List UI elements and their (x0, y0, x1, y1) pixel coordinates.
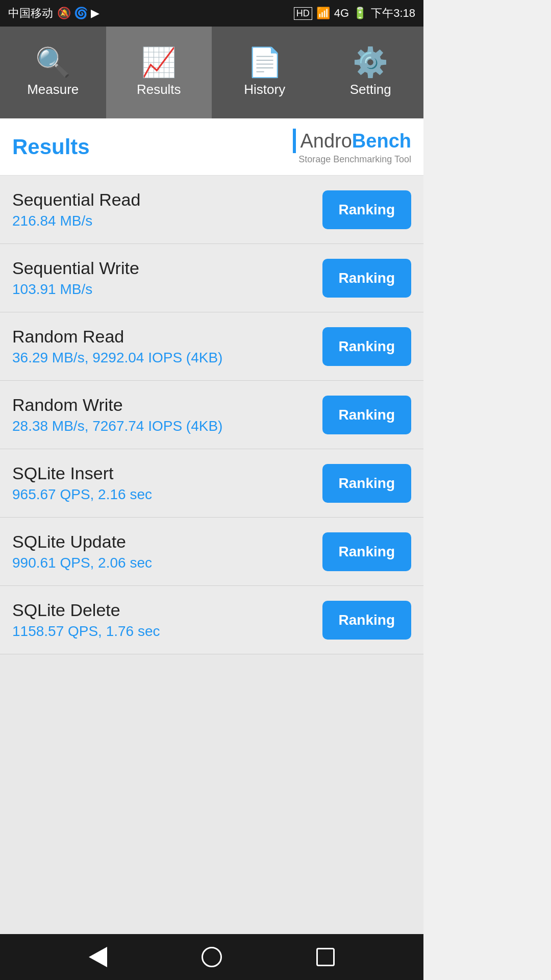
benchmark-name-4: SQLite Insert (12, 463, 152, 483)
recents-icon (316, 948, 335, 966)
bottom-nav (0, 934, 423, 980)
benchmark-name-3: Random Write (12, 395, 222, 415)
tab-measure-label: Measure (27, 82, 79, 97)
benchmark-name-5: SQLite Update (12, 532, 152, 552)
results-icon: 📈 (141, 48, 177, 77)
ranking-button-6[interactable]: Ranking (322, 601, 411, 640)
benchmark-name-2: Random Read (12, 327, 222, 347)
home-button[interactable] (196, 942, 227, 972)
benchmark-value-6: 1158.57 QPS, 1.76 sec (12, 623, 160, 640)
ranking-button-1[interactable]: Ranking (322, 259, 411, 298)
tab-history[interactable]: 📄 History (212, 27, 318, 118)
back-button[interactable] (83, 942, 113, 972)
benchmark-value-4: 965.67 QPS, 2.16 sec (12, 486, 152, 503)
benchmark-value-5: 990.61 QPS, 2.06 sec (12, 555, 152, 571)
benchmark-name-1: Sequential Write (12, 258, 139, 278)
tab-results-label: Results (137, 82, 181, 97)
brand-subtitle: Storage Benchmarking Tool (298, 154, 411, 165)
benchmark-info-0: Sequential Read216.84 MB/s (12, 190, 140, 229)
time-display: 下午3:18 (371, 6, 415, 21)
signal-icons: 🔕 🌀 ▶ (57, 7, 99, 20)
ranking-button-5[interactable]: Ranking (322, 532, 411, 571)
benchmark-value-2: 36.29 MB/s, 9292.04 IOPS (4KB) (12, 350, 222, 366)
battery-icon: 🔋 (353, 7, 367, 20)
ranking-button-0[interactable]: Ranking (322, 190, 411, 229)
benchmark-name-0: Sequential Read (12, 190, 140, 210)
setting-icon: ⚙️ (353, 48, 388, 77)
ranking-button-3[interactable]: Ranking (322, 396, 411, 434)
tab-measure[interactable]: 🔍 Measure (0, 27, 106, 118)
status-left: 中国移动 🔕 🌀 ▶ (8, 6, 99, 21)
tab-setting-label: Setting (350, 82, 391, 97)
benchmark-row: Sequential Write103.91 MB/sRanking (0, 244, 423, 312)
benchmark-row: SQLite Insert965.67 QPS, 2.16 secRanking (0, 449, 423, 518)
carrier-text: 中国移动 (8, 6, 53, 21)
benchmark-row: Sequential Read216.84 MB/sRanking (0, 176, 423, 244)
benchmark-row: Random Read36.29 MB/s, 9292.04 IOPS (4KB… (0, 312, 423, 381)
benchmark-info-5: SQLite Update990.61 QPS, 2.06 sec (12, 532, 152, 571)
benchmark-name-6: SQLite Delete (12, 600, 160, 620)
status-right: HD 📶 4G 🔋 下午3:18 (294, 6, 415, 21)
brand-andro: Andro (300, 130, 352, 152)
results-header: Results Andro Bench Storage Benchmarking… (0, 118, 423, 176)
brand-bench: Bench (352, 130, 411, 152)
benchmark-info-6: SQLite Delete1158.57 QPS, 1.76 sec (12, 600, 160, 640)
benchmark-info-2: Random Read36.29 MB/s, 9292.04 IOPS (4KB… (12, 327, 222, 366)
history-icon: 📄 (247, 48, 283, 77)
ranking-button-4[interactable]: Ranking (322, 464, 411, 503)
tab-history-label: History (244, 82, 285, 97)
hd-icon: HD (294, 7, 312, 20)
benchmark-list: Sequential Read216.84 MB/sRankingSequent… (0, 176, 423, 934)
page-title: Results (12, 135, 90, 159)
tab-results[interactable]: 📈 Results (106, 27, 212, 118)
recents-button[interactable] (310, 942, 341, 972)
brand-logo: Andro Bench Storage Benchmarking Tool (293, 129, 411, 165)
tab-setting[interactable]: ⚙️ Setting (318, 27, 424, 118)
ranking-button-2[interactable]: Ranking (322, 327, 411, 366)
status-bar: 中国移动 🔕 🌀 ▶ HD 📶 4G 🔋 下午3:18 (0, 0, 423, 27)
benchmark-info-3: Random Write28.38 MB/s, 7267.74 IOPS (4K… (12, 395, 222, 434)
brand-bar (293, 129, 296, 153)
wifi-icon: 📶 (316, 7, 330, 20)
benchmark-value-1: 103.91 MB/s (12, 281, 139, 298)
benchmark-info-1: Sequential Write103.91 MB/s (12, 258, 139, 298)
measure-icon: 🔍 (35, 48, 71, 77)
benchmark-info-4: SQLite Insert965.67 QPS, 2.16 sec (12, 463, 152, 503)
benchmark-row: Random Write28.38 MB/s, 7267.74 IOPS (4K… (0, 381, 423, 449)
home-icon (202, 947, 222, 967)
back-icon (89, 947, 107, 967)
signal-strength-icon: 4G (334, 7, 349, 20)
benchmark-value-3: 28.38 MB/s, 7267.74 IOPS (4KB) (12, 418, 222, 434)
benchmark-row: SQLite Delete1158.57 QPS, 1.76 secRankin… (0, 586, 423, 654)
benchmark-value-0: 216.84 MB/s (12, 213, 140, 229)
benchmark-row: SQLite Update990.61 QPS, 2.06 secRanking (0, 518, 423, 586)
nav-tabs: 🔍 Measure 📈 Results 📄 History ⚙️ Setting (0, 27, 423, 118)
brand-name: Andro Bench (293, 129, 411, 153)
